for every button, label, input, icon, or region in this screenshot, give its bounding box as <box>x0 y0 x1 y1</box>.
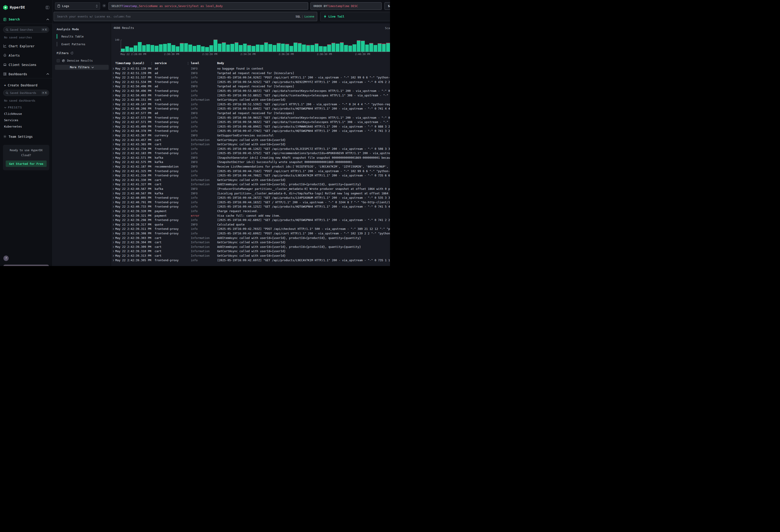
log-row[interactable]: ❯ May 22 2:42:47.571 PM frontend-proxy i… <box>111 120 390 125</box>
log-row[interactable]: ❯ May 22 2:42:43.457 PM cart Information… <box>111 138 390 142</box>
expand-chevron-icon[interactable]: ❯ <box>111 89 115 93</box>
sidebar-item-search[interactable]: Search <box>0 17 52 22</box>
expand-chevron-icon[interactable]: ❯ <box>111 151 115 155</box>
expand-chevron-icon[interactable]: ❯ <box>111 93 115 98</box>
expand-chevron-icon[interactable]: ❯ <box>111 169 115 174</box>
sidebar-item-team-settings[interactable]: Team Settings <box>0 134 52 139</box>
source-select[interactable]: Logs <box>55 2 100 10</box>
sidebar-item-services[interactable]: Services <box>4 118 49 122</box>
help-button[interactable]: ? <box>3 255 9 261</box>
expand-chevron-icon[interactable]: ❯ <box>111 106 115 111</box>
get-started-button[interactable]: Get Started for Free <box>6 160 47 167</box>
sidebar-item-kubernetes[interactable]: Kubernetes <box>4 125 49 128</box>
sidebar-item-client-sessions[interactable]: Client Sessions <box>0 62 52 67</box>
expand-chevron-icon[interactable]: ❯ <box>111 240 115 245</box>
expand-chevron-icon[interactable]: ❯ <box>111 200 115 205</box>
log-row[interactable]: ❯ May 22 2:42:39.310 PM cart Information… <box>111 249 390 253</box>
select-clause-input[interactable]: SELECT Timestamp, ServiceName as service… <box>108 2 308 10</box>
log-row[interactable]: ❯ May 22 2:42:51.139 PM ad INFO no bagga… <box>111 66 390 71</box>
log-row[interactable]: ❯ May 22 2:42:50.496 PM frontend-proxy i… <box>111 89 390 93</box>
log-row[interactable]: ❯ May 22 2:42:39.308 PM frontend-proxy i… <box>111 231 390 236</box>
expand-chevron-icon[interactable]: ❯ <box>111 196 115 200</box>
sidebar-item-clickhouse[interactable]: ClickHouse <box>4 112 49 115</box>
expand-chevron-icon[interactable]: ❯ <box>111 133 115 138</box>
log-row[interactable]: ❯ May 22 2:42:42.187 PM recommendation I… <box>111 164 390 169</box>
log-row[interactable]: ❯ May 22 2:42:39.321 PM payment error Vi… <box>111 213 390 218</box>
log-row[interactable]: ❯ May 22 2:42:50.493 PM frontend-proxy i… <box>111 93 390 98</box>
sidebar-collapse-icon[interactable] <box>46 6 49 9</box>
expand-chevron-icon[interactable]: ❯ <box>111 160 115 164</box>
expand-chevron-icon[interactable]: ❯ <box>111 147 115 151</box>
expand-chevron-icon[interactable]: ❯ <box>111 191 115 196</box>
log-row[interactable]: ❯ May 22 2:42:47.577 PM ad INFO Targeted… <box>111 111 390 115</box>
log-row[interactable]: ❯ May 22 2:42:41.325 PM frontend-proxy i… <box>111 169 390 174</box>
log-row[interactable]: ❯ May 22 2:42:49.151 PM cart Information… <box>111 98 390 102</box>
sidebar-item-alerts[interactable]: Alerts <box>0 53 52 58</box>
expand-chevron-icon[interactable]: ❯ <box>111 204 115 209</box>
log-row[interactable]: ❯ May 22 2:42:40.895 PM frontend-proxy i… <box>111 196 390 200</box>
expand-chevron-icon[interactable]: ❯ <box>111 111 115 115</box>
log-row[interactable]: ❯ May 22 2:42:41.330 PM cart Information… <box>111 178 390 182</box>
expand-chevron-icon[interactable]: ❯ <box>111 209 115 213</box>
expand-chevron-icon[interactable]: ❯ <box>111 66 115 71</box>
col-header-service[interactable]: service <box>154 61 190 66</box>
log-row[interactable]: ❯ May 22 2:42:39.298 PM frontend-proxy i… <box>111 218 390 222</box>
log-row[interactable]: ❯ May 22 2:42:51.537 PM frontend-proxy i… <box>111 75 390 80</box>
expand-chevron-icon[interactable]: ❯ <box>111 164 115 169</box>
expand-chevron-icon[interactable]: ❯ <box>111 213 115 218</box>
log-row[interactable]: ❯ May 22 2:42:40.733 PM frontend-proxy i… <box>111 204 390 209</box>
col-header-level[interactable]: level <box>190 61 217 66</box>
log-row[interactable]: ❯ May 22 2:42:42.183 PM frontend-proxy i… <box>111 151 390 155</box>
refresh-icon[interactable] <box>70 52 74 55</box>
expand-chevron-icon[interactable]: ❯ <box>111 258 115 262</box>
log-row[interactable]: ❯ May 22 2:42:51.139 PM ad INFO Targeted… <box>111 71 390 76</box>
log-row[interactable]: ❯ May 22 2:42:44.378 PM frontend-proxy i… <box>111 129 390 133</box>
log-row[interactable]: ❯ May 22 2:42:51.534 PM frontend-proxy i… <box>111 80 390 84</box>
log-row[interactable]: ❯ May 22 2:42:43.367 PM currency INFO Ge… <box>111 133 390 138</box>
log-row[interactable]: ❯ May 22 2:42:39.317 PM quote INFO Calcu… <box>111 222 390 227</box>
expand-chevron-icon[interactable]: ❯ <box>111 142 115 147</box>
live-tail-button[interactable]: Live Tail <box>320 12 390 21</box>
save-button[interactable]: Save <box>385 2 390 10</box>
col-header-body[interactable]: Body <box>217 61 390 66</box>
expand-chevron-icon[interactable]: ❯ <box>111 115 115 120</box>
log-row[interactable]: ❯ May 22 2:42:42.571 PM kafka INFO [Snap… <box>111 155 390 160</box>
expand-chevron-icon[interactable]: ❯ <box>111 253 115 258</box>
more-filters-button[interactable]: More filters <box>55 65 109 70</box>
query-language-toggle[interactable]: SQL|Lucene <box>296 15 314 18</box>
source-settings-gear-icon[interactable] <box>102 4 107 8</box>
log-row[interactable]: ❯ May 22 2:42:39.305 PM frontend-proxy i… <box>111 258 390 262</box>
saved-dashboards-input[interactable]: Saved Dashboards ⌘ K <box>3 90 49 96</box>
expand-chevron-icon[interactable]: ❯ <box>111 102 115 107</box>
expand-chevron-icon[interactable]: ❯ <box>111 218 115 222</box>
denoise-checkbox[interactable] <box>57 59 60 62</box>
log-row[interactable]: ❯ May 22 2:42:50.498 PM ad INFO Targeted… <box>111 84 390 89</box>
expand-chevron-icon[interactable]: ❯ <box>111 227 115 231</box>
expand-chevron-icon[interactable]: ❯ <box>111 75 115 80</box>
expand-chevron-icon[interactable]: ❯ <box>111 187 115 191</box>
expand-chevron-icon[interactable]: ❯ <box>111 236 115 240</box>
log-row[interactable]: ❯ May 22 2:42:40.567 PM kafka INFO [Prod… <box>111 187 390 191</box>
expand-chevron-icon[interactable]: ❯ <box>111 129 115 133</box>
log-row[interactable]: ❯ May 22 2:42:39.303 PM cart Information… <box>111 236 390 240</box>
log-row[interactable]: ❯ May 22 2:42:42.734 PM frontend-proxy i… <box>111 147 390 151</box>
expand-chevron-icon[interactable]: ❯ <box>111 138 115 142</box>
expand-chevron-icon[interactable]: ❯ <box>111 71 115 76</box>
order-by-input[interactable]: ORDER BY TimestampTime DESC <box>310 2 382 10</box>
presets-toggle[interactable]: PRESETS <box>4 106 49 109</box>
log-row[interactable]: ❯ May 22 2:42:39.313 PM cart Information… <box>111 253 390 258</box>
expand-chevron-icon[interactable]: ❯ <box>111 178 115 182</box>
log-row[interactable]: ❯ May 22 2:42:40.791 PM frontend-proxy i… <box>111 200 390 205</box>
expand-chevron-icon[interactable]: ❯ <box>111 173 115 178</box>
log-row[interactable]: ❯ May 22 2:42:42.575 PM kafka INFO [Snap… <box>111 160 390 164</box>
create-dashboard-button[interactable]: + Create Dashboard <box>4 84 49 87</box>
log-row[interactable]: ❯ May 22 2:42:48.208 PM frontend-proxy i… <box>111 106 390 111</box>
expand-chevron-icon[interactable]: ❯ <box>111 245 115 249</box>
expand-chevron-icon[interactable]: ❯ <box>111 98 115 102</box>
chevron-up-icon[interactable] <box>46 19 49 20</box>
mode-results-table[interactable]: Results Table <box>57 34 111 39</box>
sidebar-item-chart-explorer[interactable]: Chart Explorer <box>0 44 52 48</box>
expand-chevron-icon[interactable]: ❯ <box>111 155 115 160</box>
log-row[interactable]: ❯ May 22 2:42:49.147 PM frontend-proxy i… <box>111 102 390 107</box>
log-row[interactable]: ❯ May 22 2:42:43.365 PM cart Information… <box>111 142 390 147</box>
